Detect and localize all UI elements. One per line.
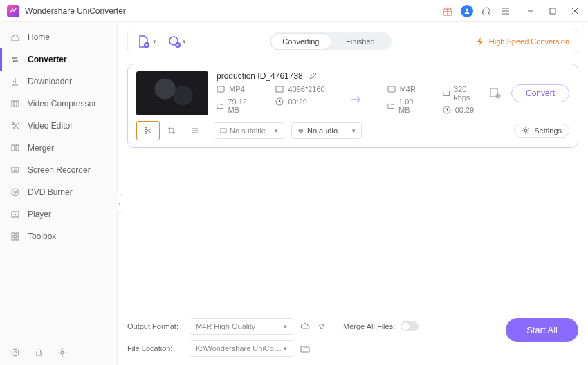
sidebar-item-label: Converter	[28, 55, 67, 64]
home-icon	[10, 32, 21, 43]
svg-rect-15	[12, 233, 15, 236]
sync-icon[interactable]	[317, 321, 327, 331]
file-location-select[interactable]: K:\Wondershare UniConverter ▾	[190, 340, 293, 357]
sidebar-item-merger[interactable]: Merger	[0, 137, 117, 159]
svg-point-11	[15, 169, 17, 171]
close-icon[interactable]	[569, 5, 581, 17]
output-format-select[interactable]: M4R High Quality ▾	[190, 318, 293, 335]
sidebar-item-label: Home	[28, 32, 50, 42]
sidebar-item-editor[interactable]: Video Editor	[0, 115, 117, 137]
gear-icon	[522, 127, 530, 135]
menu-icon[interactable]	[499, 5, 512, 17]
svg-point-21	[61, 351, 64, 354]
start-all-button[interactable]: Start All	[506, 318, 578, 342]
compress-icon	[10, 98, 21, 109]
sidebar-item-label: Downloader	[28, 77, 72, 86]
merge-icon	[10, 142, 21, 153]
maximize-icon[interactable]	[546, 5, 559, 17]
svg-rect-35	[221, 129, 226, 133]
user-icon[interactable]	[461, 5, 473, 17]
chevron-down-icon: ▾	[352, 127, 356, 134]
svg-rect-28	[388, 86, 395, 92]
open-folder-icon[interactable]	[300, 344, 310, 353]
scissors-icon	[10, 120, 21, 131]
sidebar-item-label: Screen Recorder	[28, 165, 91, 175]
chevron-down-icon: ▾	[183, 38, 186, 45]
sidebar-item-recorder[interactable]: Screen Recorder	[0, 159, 117, 181]
crop-icon[interactable]	[160, 121, 183, 140]
cloud-icon[interactable]	[300, 321, 310, 331]
svg-rect-18	[16, 237, 19, 240]
sidebar-item-converter[interactable]: Converter	[0, 48, 117, 71]
gift-icon[interactable]	[441, 5, 454, 17]
file-location-label: File Location:	[127, 344, 183, 353]
dst-dur: 00:29	[455, 106, 475, 114]
svg-rect-8	[12, 145, 15, 151]
add-url-button[interactable]: ▾	[167, 35, 186, 48]
subtitle-icon	[220, 127, 227, 134]
chevron-down-icon: ▾	[284, 323, 287, 330]
svg-rect-5	[12, 101, 19, 106]
clock-icon	[275, 97, 284, 106]
audio-select[interactable]: No audio ▾	[291, 122, 362, 139]
edit-title-icon[interactable]	[309, 72, 317, 80]
sidebar-item-compressor[interactable]: Video Compressor	[0, 93, 117, 115]
sidebar-item-label: Merger	[28, 143, 54, 153]
settings-button[interactable]: Settings	[514, 124, 569, 138]
effect-icon[interactable]	[183, 121, 207, 140]
sidebar-item-home[interactable]: Home	[0, 26, 117, 48]
output-settings-icon[interactable]	[489, 87, 502, 100]
file-title: production ID_4761738	[217, 71, 303, 81]
sidebar-item-dvd[interactable]: DVD Burner	[0, 181, 117, 203]
svg-rect-3	[489, 12, 490, 14]
sidebar-item-player[interactable]: Player	[0, 203, 117, 225]
high-speed-label: High Speed Conversion	[489, 37, 569, 46]
sidebar-item-label: Toolbox	[28, 232, 56, 241]
src-format: MP4	[229, 85, 245, 93]
svg-rect-29	[443, 91, 450, 96]
bell-icon[interactable]	[33, 347, 44, 358]
tab-finished[interactable]: Finished	[331, 34, 390, 49]
dst-format: M4R	[400, 85, 416, 93]
gear-icon[interactable]	[57, 347, 68, 358]
src-dur: 00:29	[288, 97, 307, 106]
converter-icon	[10, 54, 21, 65]
svg-rect-17	[12, 237, 15, 240]
dst-bitrate: 320 kbps	[454, 85, 481, 102]
headset-icon[interactable]	[480, 5, 493, 17]
arrow-icon	[344, 85, 368, 114]
subtitle-select[interactable]: No subtitle ▾	[214, 122, 284, 139]
tab-converting[interactable]: Converting	[271, 34, 331, 49]
svg-rect-10	[12, 167, 19, 172]
grid-icon	[10, 231, 21, 242]
folder-icon	[387, 102, 394, 110]
sidebar-item-label: Video Editor	[28, 121, 73, 131]
help-icon[interactable]: ?	[10, 347, 21, 358]
merge-toggle[interactable]	[401, 321, 419, 331]
convert-button[interactable]: Convert	[511, 84, 569, 102]
high-speed-button[interactable]: High Speed Conversion	[475, 37, 569, 46]
toolbar: ▾ ▾ Converting Finished High Speed Conve…	[127, 28, 578, 55]
add-file-button[interactable]: ▾	[136, 34, 156, 49]
svg-point-13	[15, 191, 17, 194]
svg-point-1	[466, 8, 468, 11]
folder-icon	[217, 102, 223, 110]
sidebar: Home Converter Downloader Video Compress…	[0, 22, 118, 365]
sidebar-item-label: Player	[28, 209, 51, 219]
collapse-sidebar-icon[interactable]: ‹	[117, 194, 122, 213]
minimize-icon[interactable]	[524, 5, 537, 17]
sidebar-item-label: DVD Burner	[28, 187, 73, 197]
video-icon	[217, 85, 225, 93]
sidebar-item-downloader[interactable]: Downloader	[0, 71, 117, 93]
resolution-icon	[275, 85, 284, 93]
svg-rect-2	[483, 12, 484, 14]
sidebar-item-toolbox[interactable]: Toolbox	[0, 225, 117, 247]
play-icon	[10, 209, 21, 220]
video-thumbnail[interactable]	[136, 71, 208, 115]
svg-rect-4	[550, 8, 555, 14]
trim-icon[interactable]	[136, 121, 160, 140]
dst-size: 1.09 MB	[398, 97, 423, 114]
tabs: Converting Finished	[270, 32, 392, 50]
audio-icon	[297, 127, 304, 134]
video-icon	[387, 85, 396, 93]
